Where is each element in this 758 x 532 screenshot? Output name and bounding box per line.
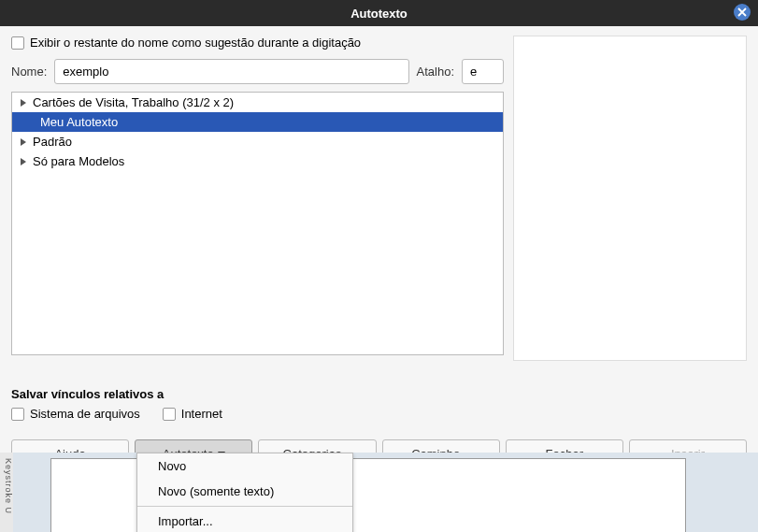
tree-label: Meu Autotexto [40, 115, 118, 129]
name-input[interactable] [54, 59, 408, 84]
category-tree[interactable]: Cartões de Visita, Trabalho (31/2 x 2) M… [11, 92, 504, 355]
tree-label: Só para Modelos [33, 154, 124, 168]
caret-right-icon [18, 137, 29, 148]
caret-right-icon [18, 156, 29, 167]
internet-checkbox[interactable] [163, 408, 176, 421]
suggest-label: Exibir o restante do nome como sugestão … [30, 36, 361, 50]
tree-label: Cartões de Visita, Trabalho (31/2 x 2) [33, 95, 234, 109]
shortcut-label: Atalho: [417, 65, 454, 79]
shortcut-input[interactable] [462, 59, 504, 84]
menu-import[interactable]: Importar... [137, 509, 352, 532]
filesystem-row: Sistema de arquivos [11, 407, 140, 421]
autotext-dropdown: Novo Novo (somente texto) Importar... [136, 453, 353, 532]
tree-item-cartoes[interactable]: Cartões de Visita, Trabalho (31/2 x 2) [12, 93, 503, 112]
name-row: Nome: Atalho: [11, 59, 504, 84]
bg-sidebar-text: Keystroke U [0, 453, 13, 532]
menu-new[interactable]: Novo [137, 453, 352, 479]
menu-separator [137, 506, 352, 507]
tree-item-meu-autotexto[interactable]: Meu Autotexto [12, 112, 503, 132]
preview-pane [513, 36, 747, 361]
suggest-checkbox[interactable] [11, 36, 24, 50]
caret-right-icon [18, 97, 29, 108]
titlebar: Autotexto [0, 0, 758, 26]
dialog-body: Exibir o restante do nome como sugestão … [0, 26, 758, 370]
suggest-row: Exibir o restante do nome como sugestão … [11, 36, 504, 50]
tree-label: Padrão [33, 135, 72, 149]
tree-item-padrao[interactable]: Padrão [12, 132, 503, 151]
dialog-title: Autotexto [350, 7, 408, 21]
left-column: Exibir o restante do nome como sugestão … [11, 36, 504, 361]
tree-item-modelos[interactable]: Só para Modelos [12, 151, 503, 171]
links-section: Salvar vínculos relativos a Sistema de a… [0, 387, 758, 430]
links-title: Salvar vínculos relativos a [11, 387, 747, 401]
background-area: Keystroke U [0, 453, 758, 532]
internet-label: Internet [181, 407, 222, 421]
filesystem-label: Sistema de arquivos [30, 407, 140, 421]
links-row: Sistema de arquivos Internet [11, 407, 747, 430]
internet-row: Internet [163, 407, 222, 421]
menu-new-text[interactable]: Novo (somente texto) [137, 479, 352, 504]
close-icon[interactable] [734, 4, 751, 21]
filesystem-checkbox[interactable] [11, 408, 24, 421]
name-label: Nome: [11, 65, 47, 79]
